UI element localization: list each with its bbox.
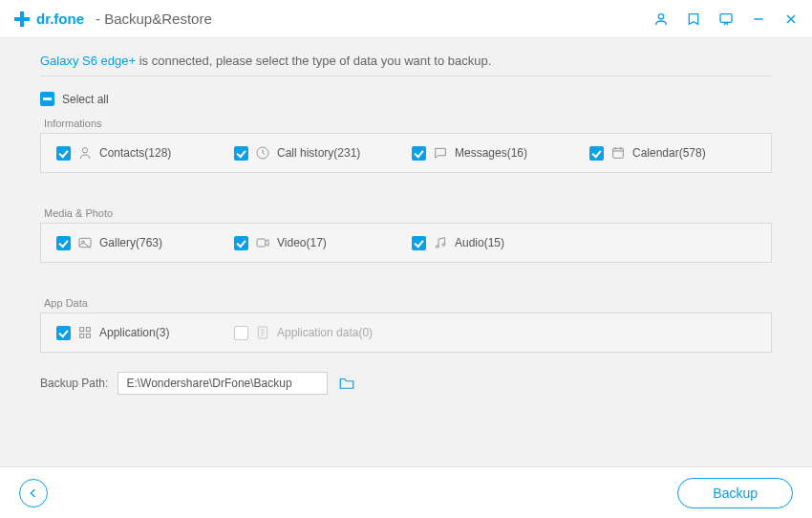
group-appdata: Application(3) Application data(0) xyxy=(40,313,772,353)
clock-icon xyxy=(255,145,270,161)
svg-rect-13 xyxy=(80,328,84,332)
select-all-checkbox[interactable] xyxy=(40,92,54,106)
backup-button[interactable]: Backup xyxy=(677,478,793,508)
inbox-icon[interactable] xyxy=(686,11,701,27)
item-label: Audio(15) xyxy=(455,236,504,249)
item-audio[interactable]: Audio(15) xyxy=(412,235,578,250)
feedback-icon[interactable] xyxy=(718,11,734,27)
back-button[interactable] xyxy=(19,479,48,507)
calendar-icon xyxy=(610,145,626,161)
appdata-icon xyxy=(255,325,270,340)
item-label: Contacts(128) xyxy=(99,146,171,160)
svg-rect-16 xyxy=(86,334,90,337)
group-title-media: Media & Photo xyxy=(44,207,772,219)
svg-rect-8 xyxy=(79,238,91,247)
gallery-icon xyxy=(77,235,93,250)
svg-rect-15 xyxy=(80,334,84,337)
browse-folder-button[interactable] xyxy=(337,374,356,393)
group-title-informations: Informations xyxy=(44,118,772,129)
item-contacts[interactable]: Contacts(128) xyxy=(56,145,223,161)
group-media: Gallery(763) Video(17) Audio(15) xyxy=(40,223,772,263)
apps-icon xyxy=(77,325,93,340)
checkbox[interactable] xyxy=(412,146,426,161)
titlebar: dr.fone - Backup&Restore xyxy=(0,0,812,38)
svg-point-12 xyxy=(442,244,445,247)
item-label: Call history(231) xyxy=(277,146,360,160)
item-calendar[interactable]: Calendar(578) xyxy=(589,145,756,161)
item-gallery[interactable]: Gallery(763) xyxy=(56,235,223,250)
svg-point-11 xyxy=(436,246,438,248)
svg-rect-14 xyxy=(86,328,90,332)
minimize-button[interactable] xyxy=(751,11,766,27)
checkbox[interactable] xyxy=(589,146,604,161)
backup-path-input[interactable] xyxy=(118,372,328,395)
device-name: Galaxy S6 edge+ xyxy=(40,54,136,68)
brand-name: dr.fone xyxy=(36,11,84,27)
message-icon xyxy=(433,145,448,161)
group-title-appdata: App Data xyxy=(44,297,772,309)
item-call-history[interactable]: Call history(231) xyxy=(234,145,400,161)
contacts-icon xyxy=(77,145,93,161)
video-icon xyxy=(255,235,270,250)
checkbox[interactable] xyxy=(412,236,426,250)
svg-point-5 xyxy=(82,148,87,153)
footer: Backup xyxy=(0,466,812,518)
item-label: Application data(0) xyxy=(277,326,373,339)
status-message: is connected, please select the type of … xyxy=(136,54,491,68)
checkbox[interactable] xyxy=(56,146,71,161)
item-application[interactable]: Application(3) xyxy=(56,325,223,340)
item-label: Calendar(578) xyxy=(632,146,706,160)
checkbox[interactable] xyxy=(234,326,248,340)
section-title: - Backup&Restore xyxy=(96,11,212,27)
item-label: Gallery(763) xyxy=(99,236,162,249)
item-video[interactable]: Video(17) xyxy=(234,235,400,250)
audio-icon xyxy=(433,235,448,250)
status-line: Galaxy S6 edge+ is connected, please sel… xyxy=(40,54,772,76)
select-all-row[interactable]: Select all xyxy=(40,92,772,106)
svg-rect-1 xyxy=(720,13,732,22)
svg-rect-7 xyxy=(613,148,624,158)
item-messages[interactable]: Messages(16) xyxy=(412,145,578,161)
backup-path-label: Backup Path: xyxy=(40,377,108,390)
main-content: Galaxy S6 edge+ is connected, please sel… xyxy=(0,38,812,395)
close-button[interactable] xyxy=(783,11,799,27)
item-application-data[interactable]: Application data(0) xyxy=(234,325,400,340)
select-all-label: Select all xyxy=(62,93,109,106)
plus-icon xyxy=(13,11,31,28)
backup-path-row: Backup Path: xyxy=(40,372,772,395)
svg-rect-10 xyxy=(257,239,266,247)
item-label: Messages(16) xyxy=(455,146,527,160)
checkbox[interactable] xyxy=(56,326,71,340)
item-label: Video(17) xyxy=(277,236,327,249)
svg-point-0 xyxy=(658,13,663,18)
item-label: Application(3) xyxy=(99,326,169,339)
checkbox[interactable] xyxy=(234,146,248,161)
checkbox[interactable] xyxy=(56,236,71,250)
app-logo: dr.fone - Backup&Restore xyxy=(13,11,212,28)
account-icon[interactable] xyxy=(653,11,669,27)
checkbox[interactable] xyxy=(234,236,248,250)
group-informations: Contacts(128) Call history(231) Messages… xyxy=(40,133,772,173)
